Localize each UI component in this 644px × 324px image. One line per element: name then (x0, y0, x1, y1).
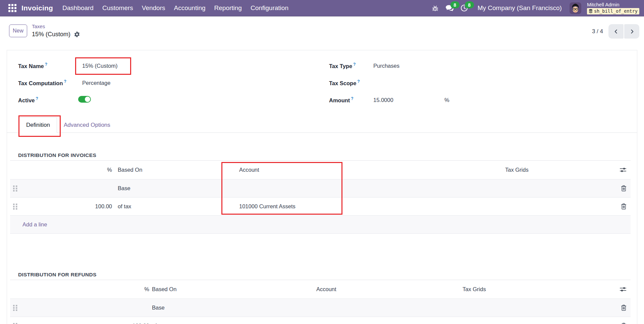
navbar-left: Invoicing Dashboard Customers Vendors Ac… (0, 3, 288, 13)
new-button[interactable]: New (9, 24, 27, 37)
menu-customers[interactable]: Customers (102, 4, 133, 12)
cell-based-on[interactable]: of tax (149, 323, 312, 324)
pager: 3 / 4 (592, 24, 639, 39)
drag-handle-icon[interactable] (10, 204, 20, 210)
add-a-line-link[interactable]: Add a line (10, 221, 47, 228)
delete-row-icon[interactable] (621, 185, 627, 192)
invoice-row-base[interactable]: Base (10, 179, 631, 198)
debug-bug-icon[interactable] (431, 4, 440, 12)
user-avatar[interactable] (570, 2, 581, 14)
optional-columns-icon[interactable] (620, 167, 627, 173)
column-header-percent[interactable]: % (20, 167, 112, 173)
column-header-tax-grids[interactable]: Tax Grids (456, 286, 604, 292)
help-question-icon[interactable]: ? (353, 62, 356, 67)
column-header-tax-grids[interactable]: Tax Grids (342, 167, 604, 173)
delete-row-icon[interactable] (621, 323, 627, 324)
refund-row-tax[interactable]: 100.00 of tax (10, 317, 631, 324)
activities-count-badge: 8 (465, 1, 474, 8)
drag-handle-icon[interactable] (10, 185, 20, 192)
column-header-account[interactable]: Account (221, 167, 342, 173)
tab-definition[interactable]: Definition (19, 117, 57, 133)
column-header-percent[interactable]: % (20, 286, 149, 292)
menu-vendors[interactable]: Vendors (142, 4, 165, 12)
breadcrumb: Taxes 15% (Custom) (32, 23, 80, 38)
messages-icon[interactable]: 8 (445, 4, 454, 12)
toggle-knob (85, 97, 90, 102)
user-name: Mitchell Admin (587, 2, 639, 7)
column-header-based-on[interactable]: Based On (149, 286, 312, 292)
cell-percent[interactable]: 100.00 (20, 323, 149, 324)
cell-account[interactable]: 101000 Current Assets (221, 203, 342, 210)
pager-previous-button[interactable] (608, 24, 624, 39)
database-icon (589, 9, 593, 14)
refunds-section-title: DISTRIBUTION FOR REFUNDS (18, 272, 97, 278)
invoice-table-header: % Based On Account Tax Grids (10, 161, 631, 179)
help-question-icon[interactable]: ? (357, 79, 360, 84)
tax-name-label: Tax Name? (18, 62, 47, 69)
tax-computation-label: Tax Computation? (18, 79, 66, 87)
pager-count: 3 / 4 (592, 28, 603, 35)
refund-distribution-table: % Based On Account Tax Grids Base (10, 280, 631, 324)
breadcrumb-taxes-link[interactable]: Taxes (32, 23, 45, 30)
active-label: Active? (18, 96, 38, 104)
amount-unit: % (444, 97, 449, 103)
activities-clock-icon[interactable]: 8 (460, 4, 469, 12)
cell-based-on[interactable]: Base (149, 305, 312, 311)
column-header-account[interactable]: Account (312, 286, 456, 292)
optional-columns-icon[interactable] (620, 286, 627, 292)
user-menu[interactable]: Mitchell Admin sh_bill_of_entry (587, 2, 639, 14)
chevron-left-icon (613, 28, 620, 35)
pager-next-button[interactable] (624, 24, 639, 39)
refund-table-header: % Based On Account Tax Grids (10, 280, 631, 299)
amount-label: Amount? (329, 96, 354, 104)
menu-accounting[interactable]: Accounting (174, 4, 206, 12)
amount-field[interactable]: 15.0000 (373, 97, 393, 103)
cell-percent[interactable]: 100.00 (20, 203, 112, 210)
cell-based-on[interactable]: of tax (112, 203, 221, 210)
database-badge: sh_bill_of_entry (587, 8, 639, 14)
refund-row-base[interactable]: Base (10, 299, 631, 317)
drag-handle-icon[interactable] (10, 323, 20, 324)
cell-based-on[interactable]: Base (112, 185, 221, 192)
breadcrumb-current: 15% (Custom) (32, 31, 70, 38)
menu-reporting[interactable]: Reporting (214, 4, 242, 12)
help-question-icon[interactable]: ? (64, 79, 66, 84)
menu-dashboard[interactable]: Dashboard (62, 4, 94, 12)
drag-handle-icon[interactable] (10, 305, 20, 311)
tax-form-sheet: Tax Name? 15% (Custom) Tax Computation? … (7, 50, 637, 324)
column-header-based-on[interactable]: Based On (112, 167, 221, 173)
navbar-right: 8 8 My Company (San Francisco) Mitchell … (431, 2, 644, 14)
company-switcher[interactable]: My Company (San Francisco) (478, 4, 562, 12)
active-toggle[interactable] (78, 96, 91, 103)
menu-configuration[interactable]: Configuration (251, 4, 288, 12)
control-panel: New Taxes 15% (Custom) 3 / 4 (0, 16, 644, 50)
main-menu: Dashboard Customers Vendors Accounting R… (62, 4, 288, 12)
tax-name-field[interactable]: 15% (Custom) (82, 63, 117, 69)
add-line-row: Add a line (10, 216, 631, 234)
gear-icon[interactable] (74, 31, 80, 38)
tax-type-label: Tax Type? (329, 62, 356, 69)
help-question-icon[interactable]: ? (45, 62, 47, 67)
delete-row-icon[interactable] (621, 305, 627, 311)
app-name[interactable]: Invoicing (21, 4, 53, 12)
database-name: sh_bill_of_entry (594, 8, 638, 14)
chevron-right-icon (629, 28, 635, 35)
help-question-icon[interactable]: ? (351, 96, 353, 101)
apps-grid-icon[interactable] (7, 3, 17, 13)
help-question-icon[interactable]: ? (36, 96, 38, 101)
notebook-tabs: Definition Advanced Options (7, 117, 637, 133)
invoice-distribution-table: % Based On Account Tax Grids Base (10, 160, 631, 234)
invoices-section-title: DISTRIBUTION FOR INVOICES (18, 152, 96, 158)
invoice-row-tax[interactable]: 100.00 of tax 101000 Current Assets (10, 198, 631, 216)
messages-count-badge: 8 (450, 1, 460, 8)
tax-scope-label: Tax Scope? (329, 79, 360, 87)
tab-advanced-options[interactable]: Advanced Options (57, 117, 117, 133)
tax-computation-field[interactable]: Percentage (82, 80, 110, 86)
delete-row-icon[interactable] (621, 203, 627, 210)
top-navbar: Invoicing Dashboard Customers Vendors Ac… (0, 0, 644, 16)
tax-type-field[interactable]: Purchases (373, 63, 399, 69)
